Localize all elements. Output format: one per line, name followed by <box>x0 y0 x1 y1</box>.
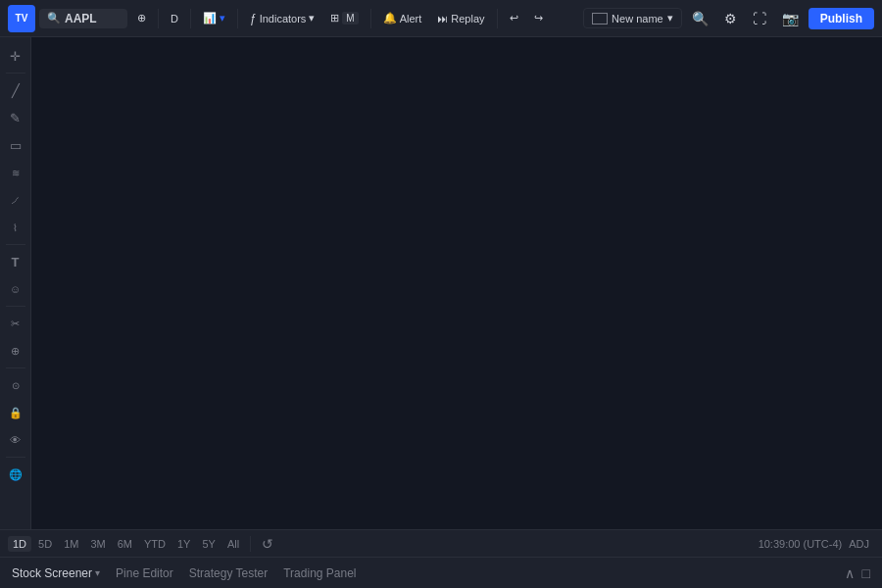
snapshot-button[interactable]: 📷 <box>776 8 805 29</box>
chevron-icon: ▾ <box>95 567 100 578</box>
chart-type-icon: 📊 <box>203 12 217 24</box>
text-tool[interactable]: T <box>3 249 28 274</box>
separator <box>497 9 498 28</box>
bottom-section <box>31 37 882 529</box>
left-toolbar: ✛ ╱ ✎ ▭ ≋ ⟋ ⌇ T ☺ ✂ ⊕ ⊙ 🔒 👁 🌐 <box>0 37 31 529</box>
chevron-down-icon: ▾ <box>667 12 673 24</box>
crosshair-tool[interactable]: ✛ <box>3 43 28 69</box>
new-name-label: New name <box>612 13 663 24</box>
stock-screener-label: Stock Screener <box>12 566 92 580</box>
tf-1d[interactable]: 1D <box>8 536 31 552</box>
channel-tool[interactable]: ⟋ <box>3 187 28 213</box>
app: TV 🔍 AAPL ⊕ D 📊 ▾ ƒ Indicators ▾ ⊞ M 🔔 A… <box>0 0 882 588</box>
pencil-tool[interactable]: ✎ <box>3 105 28 130</box>
panel-bar: Stock Screener ▾ Pine Editor Strategy Te… <box>0 557 882 588</box>
layout-button[interactable]: ⊞ M <box>324 9 364 27</box>
indicators-label: Indicators <box>260 13 307 24</box>
indicators-button[interactable]: ƒ Indicators ▾ <box>244 9 320 28</box>
undo-button[interactable]: ↩ <box>504 9 524 27</box>
separator <box>237 9 238 28</box>
add-symbol-button[interactable]: ⊕ <box>131 9 152 27</box>
fullscreen-button[interactable]: ⛶ <box>747 8 772 29</box>
alert-label: Alert <box>400 13 422 24</box>
eye-tool[interactable]: 👁 <box>3 427 28 453</box>
panel-expand-button[interactable]: □ <box>862 565 870 581</box>
replay-icon: ⏭ <box>437 13 448 24</box>
layout-badge: M <box>342 12 358 24</box>
separator <box>6 368 25 368</box>
indicators-chevron: ▾ <box>309 12 315 24</box>
layout-icon: ⊞ <box>330 12 339 24</box>
replay-label: Replay <box>451 13 484 24</box>
emoji-tool[interactable]: ☺ <box>3 276 28 302</box>
lock-tool[interactable]: 🔒 <box>3 400 28 425</box>
tf-1m[interactable]: 1M <box>59 536 83 552</box>
pine-editor-label: Pine Editor <box>116 566 173 580</box>
tf-5y[interactable]: 5Y <box>197 536 220 552</box>
separator <box>6 306 25 307</box>
separator <box>6 244 25 245</box>
search-icon: 🔍 <box>47 12 61 24</box>
separator <box>6 73 25 74</box>
replay-tf-button[interactable]: ↺ <box>257 534 278 554</box>
chart-type-button[interactable]: 📊 ▾ <box>197 9 231 27</box>
new-name-button[interactable]: New name ▾ <box>583 8 682 28</box>
tf-ytd[interactable]: YTD <box>139 536 171 552</box>
chart-type-chevron: ▾ <box>220 12 225 24</box>
timeframe-bar: 1D 5D 1M 3M 6M YTD 1Y 5Y All ↺ 10:39:00 … <box>0 529 882 557</box>
panel-controls: ∧ □ <box>845 565 870 581</box>
symbol-ticker[interactable]: AAPL <box>65 12 97 25</box>
redo-button[interactable]: ↪ <box>528 9 549 27</box>
alert-icon: 🔔 <box>383 12 397 24</box>
symbol-search[interactable]: 🔍 AAPL <box>39 9 127 28</box>
alert-button[interactable]: 🔔 Alert <box>377 9 428 27</box>
separator <box>250 536 251 552</box>
trading-panel-label: Trading Panel <box>283 566 356 580</box>
tf-6m[interactable]: 6M <box>113 536 137 552</box>
zoom-tool[interactable]: ⊕ <box>3 338 28 364</box>
tf-1y[interactable]: 1Y <box>172 536 195 552</box>
tf-all[interactable]: All <box>222 536 244 552</box>
panel-strategy-tester[interactable]: Strategy Tester <box>189 566 268 580</box>
tv-logo[interactable]: TV <box>8 5 35 32</box>
settings-button[interactable]: ⚙ <box>718 8 743 29</box>
separator <box>6 457 25 458</box>
time-display: 10:39:00 (UTC-4) <box>759 538 843 550</box>
separator <box>190 9 191 28</box>
measure-tool[interactable]: ✂ <box>3 311 28 336</box>
replay-button[interactable]: ⏭ Replay <box>431 10 490 27</box>
panel-pine-editor[interactable]: Pine Editor <box>116 566 173 580</box>
zoom-button[interactable]: 🔍 <box>686 8 714 29</box>
adj-button[interactable]: ADJ <box>844 536 874 552</box>
tf-3m[interactable]: 3M <box>85 536 110 552</box>
panel-trading-panel[interactable]: Trading Panel <box>283 566 356 580</box>
interval-label: D <box>171 13 178 24</box>
panel-stock-screener[interactable]: Stock Screener ▾ <box>12 566 100 580</box>
layout-preview <box>592 13 608 24</box>
magnet-tool[interactable]: ⊙ <box>3 372 28 398</box>
fibonacci-tool[interactable]: ≋ <box>3 160 28 185</box>
main-content: ✛ ╱ ✎ ▭ ≋ ⟋ ⌇ T ☺ ✂ ⊕ ⊙ 🔒 👁 🌐 <box>0 37 882 529</box>
separator <box>158 9 159 28</box>
separator <box>370 9 371 28</box>
tf-5d[interactable]: 5D <box>33 536 57 552</box>
publish-button[interactable]: Publish <box>808 8 874 29</box>
strategy-tester-label: Strategy Tester <box>189 566 268 580</box>
indicators-icon: ƒ <box>250 12 257 25</box>
top-toolbar: TV 🔍 AAPL ⊕ D 📊 ▾ ƒ Indicators ▾ ⊞ M 🔔 A… <box>0 0 882 37</box>
draw-line-tool[interactable]: ╱ <box>3 77 28 103</box>
panel-collapse-button[interactable]: ∧ <box>845 565 855 581</box>
shapes-tool[interactable]: ▭ <box>3 132 28 158</box>
brush-tool[interactable]: ⌇ <box>3 215 28 240</box>
globe-tool[interactable]: 🌐 <box>3 462 28 487</box>
interval-selector[interactable]: D <box>165 10 184 27</box>
